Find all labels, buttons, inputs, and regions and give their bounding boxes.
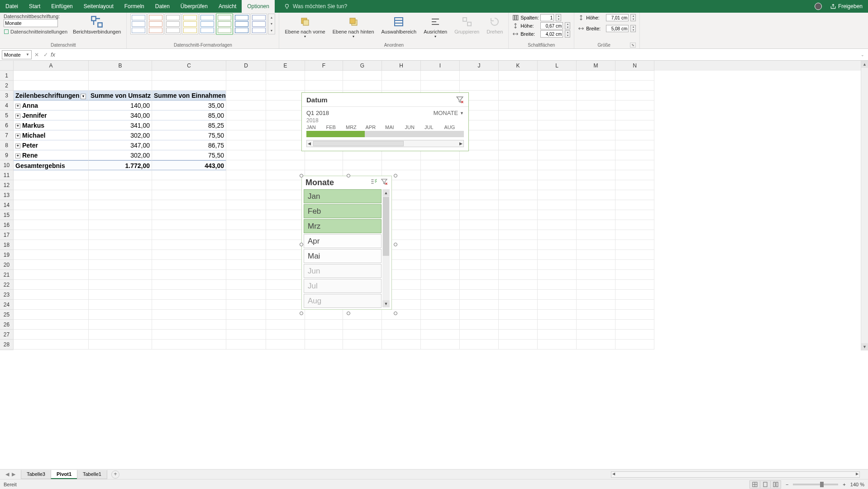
scroll-down-icon[interactable]: ▼: [382, 300, 390, 307]
button-height-input[interactable]: [540, 22, 563, 29]
cell[interactable]: [421, 320, 460, 330]
scroll-right-icon[interactable]: ▶: [459, 141, 463, 146]
cell[interactable]: [460, 160, 499, 170]
row-header[interactable]: 1: [0, 71, 14, 81]
row-header[interactable]: 14: [0, 200, 14, 210]
cell[interactable]: [538, 120, 577, 130]
slicer-multiselect-button[interactable]: [370, 178, 377, 187]
cell[interactable]: [14, 220, 89, 230]
cell[interactable]: [421, 330, 460, 340]
cell[interactable]: [89, 210, 152, 220]
cell[interactable]: [615, 320, 654, 330]
cell[interactable]: [226, 340, 266, 350]
col-header[interactable]: B: [89, 61, 152, 71]
cell[interactable]: [577, 340, 615, 350]
cell[interactable]: [305, 320, 343, 330]
button-width-input[interactable]: [540, 30, 563, 38]
cell[interactable]: [499, 81, 538, 91]
cell[interactable]: 75,50: [152, 130, 226, 140]
cell[interactable]: [89, 200, 152, 210]
cell[interactable]: +Markus: [14, 120, 89, 130]
cell[interactable]: [577, 120, 615, 130]
ribbon-tab-formeln[interactable]: Formeln: [119, 0, 150, 13]
cell[interactable]: [421, 250, 460, 260]
cell[interactable]: [460, 81, 499, 91]
cell[interactable]: [615, 310, 654, 320]
cell[interactable]: [14, 71, 89, 81]
cell[interactable]: [266, 110, 305, 120]
cell[interactable]: [89, 280, 152, 290]
cell[interactable]: [538, 280, 577, 290]
cell[interactable]: [615, 270, 654, 280]
cell[interactable]: [499, 330, 538, 340]
normal-view-button[interactable]: [749, 480, 760, 489]
cell[interactable]: [460, 190, 499, 200]
cell[interactable]: [343, 330, 382, 340]
cell[interactable]: [538, 91, 577, 101]
cell[interactable]: [538, 110, 577, 120]
cell[interactable]: [14, 190, 89, 200]
cell[interactable]: [577, 71, 615, 81]
nav-next-icon[interactable]: ▶: [12, 471, 15, 477]
cell[interactable]: [421, 81, 460, 91]
cell[interactable]: [89, 340, 152, 350]
cell[interactable]: [266, 91, 305, 101]
slicer-monate-selection[interactable]: Monate JanFebMrzAprMaiJunJulAug ▲▼: [301, 176, 396, 313]
slicer-item[interactable]: Jul: [304, 279, 382, 293]
cell[interactable]: [460, 230, 499, 240]
cell[interactable]: [421, 150, 460, 160]
cell[interactable]: +Jennifer: [14, 110, 89, 120]
cell[interactable]: [615, 290, 654, 300]
send-backward-button[interactable]: Ebene nach hinten▾: [331, 14, 376, 39]
cell[interactable]: [266, 280, 305, 290]
cell[interactable]: 302,00: [89, 150, 152, 160]
cell[interactable]: [499, 320, 538, 330]
row-header[interactable]: 21: [0, 270, 14, 280]
cell[interactable]: [226, 91, 266, 101]
cell[interactable]: [538, 71, 577, 81]
cell[interactable]: [538, 230, 577, 240]
cell[interactable]: [577, 81, 615, 91]
cell[interactable]: [226, 240, 266, 250]
cell[interactable]: [577, 260, 615, 270]
timeline-scrollbar[interactable]: ◀▶: [306, 140, 464, 147]
row-header[interactable]: 18: [0, 240, 14, 250]
slicer-item[interactable]: Apr: [304, 234, 382, 248]
cell[interactable]: [615, 190, 654, 200]
slicer-item[interactable]: Jan: [304, 189, 382, 203]
cell[interactable]: [538, 270, 577, 280]
cell[interactable]: [421, 170, 460, 180]
cell[interactable]: [226, 300, 266, 310]
cell[interactable]: [538, 81, 577, 91]
cell[interactable]: [89, 290, 152, 300]
sheet-tab[interactable]: Tabelle1: [77, 470, 107, 479]
cell[interactable]: [499, 250, 538, 260]
gallery-expand-button[interactable]: ▴▾▾: [268, 14, 275, 34]
cell[interactable]: [421, 340, 460, 350]
cell[interactable]: [577, 270, 615, 280]
cell[interactable]: [615, 71, 654, 81]
cell[interactable]: [577, 101, 615, 110]
cell[interactable]: [615, 120, 654, 130]
cell[interactable]: [266, 140, 305, 150]
cell[interactable]: [421, 180, 460, 190]
cell[interactable]: [615, 220, 654, 230]
expand-button[interactable]: +: [15, 134, 20, 139]
cell[interactable]: [538, 240, 577, 250]
expand-button[interactable]: +: [15, 144, 20, 149]
cell[interactable]: [499, 220, 538, 230]
filter-dropdown-button[interactable]: ▾: [81, 94, 86, 99]
page-break-view-button[interactable]: [770, 480, 781, 489]
cell[interactable]: [266, 230, 305, 240]
timeline-bar[interactable]: [306, 131, 464, 137]
cell[interactable]: [615, 81, 654, 91]
ribbon-tab-seitenlayout[interactable]: Seitenlayout: [78, 0, 119, 13]
row-header[interactable]: 25: [0, 310, 14, 320]
spinner[interactable]: ▴▾: [565, 30, 570, 38]
cell[interactable]: [615, 250, 654, 260]
cell[interactable]: [577, 190, 615, 200]
cell[interactable]: [460, 170, 499, 180]
row-header[interactable]: 6: [0, 120, 14, 130]
cell[interactable]: [89, 270, 152, 280]
cell[interactable]: [382, 71, 421, 81]
